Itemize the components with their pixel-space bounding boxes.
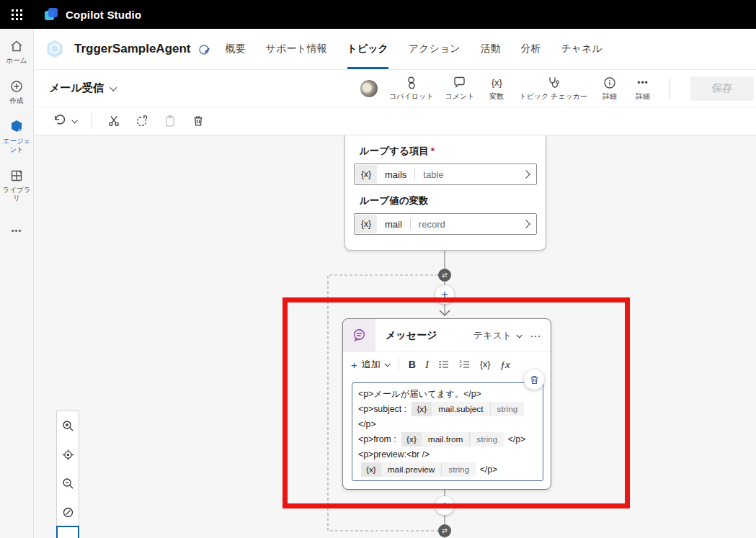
loop-node[interactable]: ループする項目* {x} mails table ループ値の変数 {x} mai… [344, 135, 546, 251]
minimap-toggle-button[interactable] [56, 526, 79, 538]
variable-type: table [423, 169, 443, 180]
editor-text: <p>subject : [358, 402, 409, 416]
action-label: コメント [445, 91, 474, 102]
variable-type: record [419, 219, 445, 230]
undo-dropdown-button[interactable] [53, 113, 76, 129]
add-label: 追加 [362, 358, 381, 371]
add-content-dropdown[interactable]: + 追加 [351, 358, 389, 371]
sidebar-item-library[interactable]: ライブラリ [0, 168, 33, 203]
message-bubble-icon [352, 328, 367, 343]
main-area: TrggerSampleAgent 概要 サポート情報 トピック アクション 活… [34, 29, 756, 538]
canvas-zoom-toolbar [56, 411, 79, 527]
variable-chip[interactable]: {x}mail.fromstring [401, 432, 504, 447]
variable-chip[interactable]: {x}mail.previewstring [361, 462, 476, 477]
message-node-header: メッセージ テキスト … [343, 319, 551, 352]
details-more-button[interactable]: ••• 詳細 [632, 76, 654, 102]
sidebar-item-agents[interactable]: エージェント [0, 119, 33, 154]
editor-line: {x}mail.previewstring </p> [358, 462, 537, 478]
copy-button[interactable] [135, 115, 148, 127]
top-app-bar: Copilot Studio [0, 0, 756, 29]
message-editor[interactable]: <p>メールが届いてます。</p><p>subject : {x}mail.su… [352, 382, 543, 481]
tab-overview[interactable]: 概要 [226, 29, 246, 69]
user-avatar[interactable] [360, 80, 378, 97]
zoom-in-button[interactable] [57, 411, 79, 440]
left-nav-sidebar: ホーム 作成 エージェント ライブラリ ••• [0, 29, 34, 538]
variable-name: mail.preview [381, 462, 442, 477]
variable-icon: {x} [361, 462, 381, 477]
topic-canvas[interactable]: ループする項目* {x} mails table ループ値の変数 {x} mai… [34, 135, 756, 538]
app-launcher-button[interactable] [0, 9, 34, 20]
action-label: 詳細 [602, 91, 617, 102]
tab-activity[interactable]: 活動 [480, 29, 500, 69]
italic-button[interactable]: I [425, 359, 429, 371]
message-node-title: メッセージ [386, 329, 437, 342]
variable-name: mails [385, 169, 406, 180]
chevron-right-icon [522, 170, 530, 178]
divider [414, 169, 415, 180]
details-info-button[interactable]: 詳細 [599, 76, 621, 102]
sidebar-more-button[interactable]: ••• [12, 226, 22, 235]
sidebar-item-label: エージェント [0, 137, 33, 154]
divider [399, 357, 399, 372]
message-mode-label: テキスト [473, 329, 512, 342]
divider [92, 113, 92, 129]
divider [670, 78, 670, 99]
tab-support-info[interactable]: サポート情報 [266, 29, 327, 69]
variables-button[interactable]: {x} 変数 [486, 76, 507, 102]
sidebar-item-create[interactable]: 作成 [0, 79, 33, 105]
more-icon: ••• [637, 76, 649, 90]
tab-analytics[interactable]: 分析 [520, 29, 541, 69]
zoom-out-button[interactable] [57, 469, 79, 498]
undo-icon [53, 113, 66, 129]
app-title: Copilot Studio [66, 9, 141, 21]
loop-connector-bottom[interactable]: ⇄ [438, 524, 451, 537]
bullet-list-button[interactable] [438, 359, 450, 370]
variable-chip[interactable]: {x}mail.subjectstring [412, 402, 524, 416]
message-mode-dropdown[interactable]: テキスト [473, 329, 521, 342]
plus-icon: + [351, 359, 357, 371]
editor-line: <p>subject : {x}mail.subjectstring [358, 401, 537, 417]
add-node-button-bottom[interactable]: + [435, 496, 454, 515]
variable-name: mail.from [422, 432, 470, 447]
copilot-button[interactable]: コパイロット [389, 76, 433, 102]
comments-button[interactable]: コメント [445, 76, 474, 102]
paste-button[interactable] [164, 115, 177, 127]
fit-view-button[interactable] [57, 440, 79, 469]
library-icon [9, 168, 25, 184]
numbered-list-button[interactable]: 12 [459, 359, 471, 370]
edit-agent-icon[interactable] [198, 43, 211, 56]
divider [410, 218, 411, 230]
editor-text: <p>メールが届いてます。</p> [358, 387, 481, 401]
message-more-button[interactable]: … [530, 327, 542, 340]
loop-items-input[interactable]: {x} mails table [354, 163, 537, 185]
tab-channels[interactable]: チャネル [561, 29, 602, 69]
home-icon [9, 38, 25, 54]
required-mark: * [431, 145, 435, 156]
action-label: コパイロット [389, 91, 433, 102]
add-node-button-top[interactable]: + [435, 285, 454, 304]
agent-header: TrggerSampleAgent 概要 サポート情報 トピック アクション 活… [34, 29, 756, 70]
save-button[interactable]: 保存 [690, 76, 754, 101]
topic-name-dropdown[interactable]: メール受信 [49, 81, 115, 95]
bold-button[interactable]: B [409, 359, 416, 370]
topic-checker-button[interactable]: トピック チェッカー [519, 76, 587, 102]
compass-button[interactable] [57, 498, 79, 526]
editor-text: </p> [477, 462, 497, 477]
formula-button[interactable]: ƒx [500, 359, 510, 370]
sidebar-item-home[interactable]: ホーム [0, 38, 33, 65]
sidebar-item-label: ホーム [5, 56, 29, 65]
cut-button[interactable] [107, 115, 120, 127]
variable-icon: {x} [401, 432, 422, 447]
message-editor-content: <p>メールが届いてます。</p><p>subject : {x}mail.su… [358, 387, 537, 478]
tab-topics[interactable]: トピック [347, 29, 388, 69]
loop-connector-top[interactable]: ⇄ [438, 269, 451, 282]
tab-actions[interactable]: アクション [409, 29, 461, 69]
loop-variable-input[interactable]: {x} mail record [354, 213, 537, 235]
edit-toolbar [34, 107, 756, 135]
insert-variable-button[interactable]: {x} [480, 359, 491, 369]
message-node[interactable]: メッセージ テキスト … + 追加 B I [342, 318, 551, 490]
editor-text: </p> [505, 432, 525, 447]
delete-message-button[interactable] [524, 369, 544, 390]
delete-button[interactable] [192, 115, 205, 127]
topic-bar: メール受信 コパイロット コメント {x} [34, 70, 756, 107]
